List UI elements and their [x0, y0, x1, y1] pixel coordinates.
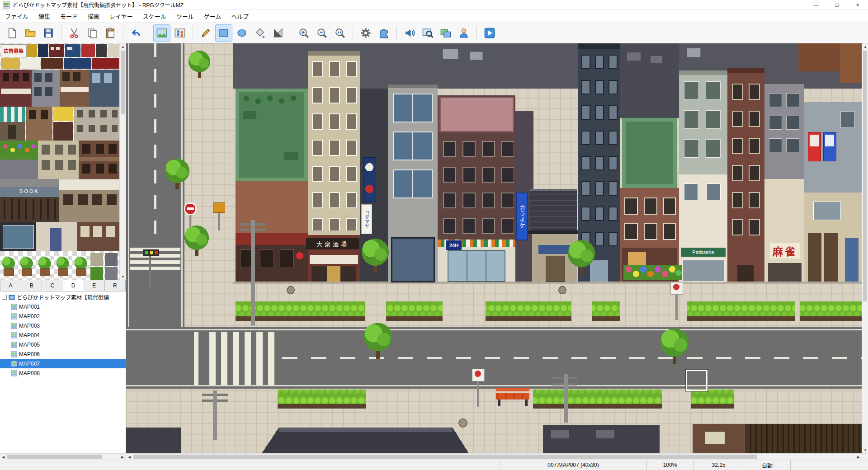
- tree-item-map007[interactable]: MAP007: [0, 359, 126, 368]
- zoom-in-icon: [298, 27, 310, 39]
- map-icon: [11, 342, 17, 348]
- tab-a[interactable]: A: [0, 280, 21, 291]
- tree-item-map004[interactable]: MAP004: [0, 330, 126, 340]
- undo-button[interactable]: [127, 24, 145, 42]
- tab-c[interactable]: C: [42, 280, 63, 291]
- zoom-actual-icon: [334, 27, 346, 39]
- menu-tools[interactable]: ツール: [171, 9, 199, 23]
- open-project-button[interactable]: [22, 24, 39, 42]
- menu-help[interactable]: ヘルプ: [226, 9, 254, 23]
- menu-edit[interactable]: 編集: [33, 9, 55, 23]
- panel-hscrollbar: ◀ ▶: [0, 453, 126, 460]
- map-editor-canvas-area: 大衆酒場 コダマヤ カラオケ 24H 麻雀 Patisserie ▲ ▼ ◀ ▶: [126, 43, 868, 460]
- playtest-button[interactable]: [481, 24, 498, 42]
- clipboard-icon: [104, 27, 116, 39]
- tree-item-label: MAP007: [19, 361, 40, 367]
- statusbar-map-info: 007:MAP007 (40x30): [500, 460, 646, 470]
- menu-draw[interactable]: 描画: [83, 9, 104, 23]
- gear-icon: [360, 27, 372, 39]
- scroll-up-icon[interactable]: ▲: [120, 43, 126, 50]
- tree-item-project-root[interactable]: − どらぴかドットマップ素材【現代街編: [0, 292, 126, 302]
- copy-button[interactable]: [84, 24, 101, 42]
- shadow-pen-button[interactable]: [269, 24, 287, 42]
- menu-scale[interactable]: スケール: [138, 9, 171, 23]
- scroll-down-icon[interactable]: ▼: [862, 447, 868, 453]
- tree-item-map006[interactable]: MAP006: [0, 349, 126, 359]
- tab-e[interactable]: E: [84, 280, 105, 291]
- tree-item-map003[interactable]: MAP003: [0, 321, 126, 330]
- tree-item-label: MAP002: [19, 313, 40, 320]
- canvas-hscrollbar: ◀ ▶: [126, 453, 862, 460]
- tree-item-map005[interactable]: MAP005: [0, 340, 126, 349]
- menu-file[interactable]: ファイル: [0, 9, 33, 23]
- open-folder-icon: [24, 27, 36, 39]
- tab-d[interactable]: D: [63, 280, 84, 291]
- canvas-vscroll-track: [862, 50, 868, 447]
- palette-scroll-track: [120, 50, 126, 273]
- new-file-icon: [6, 27, 18, 39]
- map-icon: [11, 332, 17, 338]
- scroll-left-icon[interactable]: ◀: [0, 454, 6, 460]
- plugin-manager-button[interactable]: [375, 24, 392, 42]
- event-searcher-button[interactable]: [419, 24, 436, 42]
- menu-mode[interactable]: モード: [55, 9, 83, 23]
- rectangle-tool-button[interactable]: [215, 24, 232, 42]
- tree-item-label: MAP006: [19, 351, 40, 357]
- event-mode-button[interactable]: [171, 24, 189, 42]
- new-project-button[interactable]: [4, 24, 21, 42]
- panel-scroll-track: [6, 454, 119, 460]
- scroll-left-icon[interactable]: ◀: [126, 454, 132, 460]
- window-title: どらぴかドットマップ素材【現代街編拡張セット】 - RPGツクールMZ: [13, 1, 184, 9]
- zoom-actual-button[interactable]: [331, 24, 349, 42]
- project-icon: [9, 294, 15, 301]
- scroll-right-icon[interactable]: ▶: [119, 454, 126, 460]
- toolbar-separator: [396, 26, 397, 40]
- character-generator-button[interactable]: [455, 24, 472, 42]
- close-button[interactable]: ×: [847, 0, 868, 9]
- copy-icon: [86, 27, 98, 39]
- zoom-in-button[interactable]: [295, 24, 312, 42]
- zoom-out-button[interactable]: [313, 24, 330, 42]
- scroll-down-icon[interactable]: ▼: [120, 273, 126, 280]
- resource-manager-button[interactable]: [437, 24, 454, 42]
- toolbar: [0, 23, 868, 43]
- tree-item-label: どらぴかドットマップ素材【現代街編: [17, 293, 109, 301]
- scroll-up-icon[interactable]: ▲: [862, 43, 868, 50]
- map-icon: [11, 323, 17, 329]
- canvas-vscroll-thumb[interactable]: [863, 51, 867, 301]
- map-mode-button[interactable]: [153, 24, 170, 42]
- tree-item-map001[interactable]: MAP001: [0, 302, 126, 311]
- palette-scroll-thumb[interactable]: [121, 51, 125, 114]
- map-canvas[interactable]: 大衆酒場 コダマヤ カラオケ 24H 麻雀 Patisserie: [126, 43, 862, 453]
- tileset-palette[interactable]: 広告募集 BOOK ▲ ▼: [0, 43, 126, 280]
- sound-test-button[interactable]: [401, 24, 418, 42]
- database-button[interactable]: [357, 24, 374, 42]
- menu-layer[interactable]: レイヤー: [104, 9, 138, 23]
- shadow-pen-icon: [272, 27, 284, 39]
- menu-game[interactable]: ゲーム: [199, 9, 226, 23]
- collapse-icon[interactable]: −: [2, 295, 7, 300]
- tab-b[interactable]: B: [21, 280, 42, 291]
- tileset-canvas[interactable]: 広告募集 BOOK: [0, 43, 119, 280]
- maximize-button[interactable]: □: [826, 0, 847, 9]
- tree-item-map002[interactable]: MAP002: [0, 311, 126, 321]
- paste-button[interactable]: [102, 24, 119, 42]
- scroll-right-icon[interactable]: ▶: [855, 454, 862, 460]
- statusbar-spacer: [0, 460, 500, 470]
- images-icon: [440, 27, 452, 39]
- cut-button[interactable]: [66, 24, 83, 42]
- toolbar-separator: [193, 26, 193, 40]
- canvas-hscroll-thumb[interactable]: [133, 455, 757, 459]
- save-project-button[interactable]: [40, 24, 57, 42]
- left-panel: 広告募集 BOOK ▲ ▼ A B C D E R −: [0, 43, 126, 460]
- map-render: [126, 43, 862, 453]
- ellipse-tool-icon: [236, 27, 248, 39]
- ellipse-tool-button[interactable]: [233, 24, 250, 42]
- tab-r[interactable]: R: [105, 280, 126, 291]
- panel-scroll-thumb[interactable]: [7, 455, 102, 459]
- fill-tool-button[interactable]: [251, 24, 269, 42]
- tree-item-map008[interactable]: MAP008: [0, 368, 126, 378]
- pencil-tool-button[interactable]: [197, 24, 214, 42]
- play-icon: [484, 27, 495, 39]
- minimize-button[interactable]: —: [806, 0, 826, 9]
